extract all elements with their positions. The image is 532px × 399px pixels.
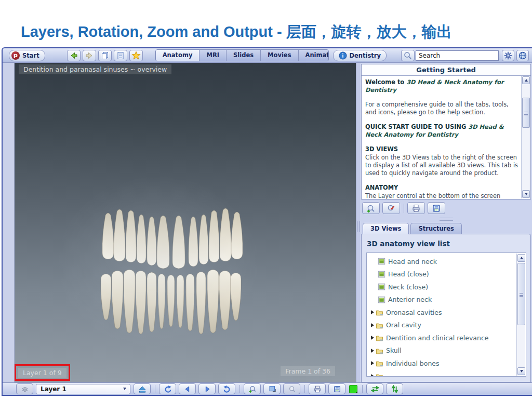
zoom-in-icon — [248, 385, 257, 393]
folder-icon — [376, 334, 383, 341]
zoom-in-button[interactable] — [362, 202, 380, 214]
list-item-label: Neck (close) — [388, 283, 428, 291]
viewport-3d[interactable]: Dentition and paranasal sinuses ~ overvi… — [15, 63, 356, 382]
expand-arrow-icon[interactable] — [371, 310, 374, 314]
module-tabs: Anatomy MRI Slides Movies Animations — [155, 49, 329, 61]
getting-started-scrollbar[interactable] — [521, 76, 530, 198]
printer-icon — [313, 385, 322, 393]
tab-anatomy[interactable]: Anatomy — [156, 50, 200, 61]
step-right-button[interactable] — [198, 383, 216, 394]
expand-arrow-icon[interactable] — [371, 323, 374, 327]
panel-resize-handle[interactable] — [361, 215, 531, 223]
list-item[interactable]: Oral cavity — [367, 319, 517, 332]
list-item[interactable]: Individual bones — [367, 357, 517, 370]
layer-select-dropdown[interactable]: Layer 1 — [36, 384, 130, 394]
tab-structures[interactable]: Structures — [410, 223, 461, 234]
quick-start-heading: QUICK START GUIDE TO USING — [365, 123, 468, 130]
list-item[interactable]: Head and neck — [367, 255, 517, 268]
tab-movies[interactable]: Movies — [261, 50, 298, 61]
copy-view-button[interactable] — [98, 50, 112, 61]
fullscreen-button[interactable] — [263, 383, 281, 394]
forward-arrow-icon — [85, 51, 94, 60]
panel-toolbar — [361, 200, 531, 215]
swap-vertical-icon — [391, 385, 399, 393]
bottom-toolbar: Layer 1 — [3, 382, 532, 395]
list-item-label: Skull — [386, 347, 402, 354]
settings-button[interactable] — [502, 50, 514, 61]
view-list-scrollbar[interactable] — [516, 254, 525, 376]
remove-layer-button[interactable] — [16, 383, 33, 394]
eject-icon — [138, 385, 147, 393]
list-item[interactable]: Dentition and clinical relevance — [367, 331, 517, 344]
save-button-bottom[interactable] — [328, 383, 345, 394]
list-item[interactable]: Oronasal cavities — [367, 306, 517, 319]
list-item-label: Dentition and clinical relevance — [386, 334, 488, 342]
toolbar-separator — [240, 385, 240, 393]
favorites-button[interactable] — [129, 50, 143, 61]
zoom-in-button-bottom[interactable] — [244, 383, 261, 394]
list-item[interactable]: Head (close) — [367, 268, 517, 281]
list-item[interactable]: Anterior neck — [367, 294, 517, 307]
search-icon — [403, 51, 413, 60]
folder-icon — [376, 360, 383, 367]
expand-arrow-icon[interactable] — [371, 361, 374, 365]
triangle-right-icon — [203, 385, 211, 393]
scroll-down-button[interactable] — [522, 190, 530, 198]
notes-button[interactable] — [114, 50, 127, 61]
rotate-right-button[interactable] — [218, 383, 235, 394]
scroll-down-button[interactable] — [517, 367, 525, 375]
print-button-bottom[interactable] — [309, 383, 326, 394]
getting-started-text: Welcome to 3D Head & Neck Anatomy for De… — [362, 76, 521, 199]
flip-horizontal-button[interactable] — [366, 383, 383, 394]
start-button[interactable]: p Start — [9, 50, 45, 61]
splitter-grip-icon — [357, 221, 360, 232]
section-body-anatomy: The Layer control at the bottom of the s… — [365, 192, 519, 199]
top-toolbar: p Start — [3, 48, 532, 63]
scrollbar-thumb[interactable] — [517, 263, 525, 325]
expand-arrow-icon — [371, 374, 374, 377]
info-icon — [339, 51, 347, 60]
zoom-out-button-bottom[interactable] — [283, 383, 300, 394]
panel-splitter[interactable] — [356, 63, 360, 382]
toolbar-separator — [362, 385, 363, 393]
side-tab-bar: 3D Views Structures — [361, 223, 531, 234]
list-item[interactable]: Neck (close) — [367, 281, 517, 294]
search-input[interactable] — [416, 50, 499, 61]
save-button[interactable] — [428, 202, 445, 214]
flip-vertical-button[interactable] — [386, 383, 403, 394]
search-button[interactable] — [401, 50, 415, 61]
scroll-up-button[interactable] — [522, 76, 530, 84]
star-icon — [131, 51, 141, 60]
back-button[interactable] — [67, 50, 81, 61]
list-item[interactable]: Skull — [367, 344, 517, 357]
expand-arrow-icon[interactable] — [371, 336, 374, 340]
triangle-up-icon — [525, 79, 528, 82]
list-item-label: Individual bones — [386, 360, 440, 367]
thumb-grip-icon — [524, 112, 528, 114]
triangle-down-icon — [525, 193, 528, 195]
triangle-left-icon — [183, 385, 192, 393]
scrollbar-thumb[interactable] — [522, 98, 530, 128]
dentistry-button[interactable]: Dentistry — [333, 50, 387, 61]
help-button[interactable] — [516, 50, 529, 61]
step-left-button[interactable] — [179, 383, 196, 394]
forward-button[interactable] — [83, 50, 96, 61]
tab-slides[interactable]: Slides — [227, 50, 261, 61]
app-window: p Start — [2, 47, 532, 396]
list-item-label: Head (close) — [388, 270, 429, 278]
zoom-reset-button[interactable] — [382, 202, 400, 214]
list-item-clipped[interactable] — [367, 370, 517, 377]
triangle-down-icon — [520, 370, 523, 373]
expand-arrow-icon[interactable] — [371, 349, 374, 353]
tab-3d-views[interactable]: 3D Views — [363, 223, 409, 234]
add-layer-button[interactable] — [134, 383, 151, 394]
toolbar-separator — [404, 204, 404, 213]
dentistry-label: Dentistry — [350, 52, 381, 59]
layer-status-label: Layer 1 of 9 — [18, 368, 66, 378]
rotate-left-button[interactable] — [159, 383, 176, 394]
print-button[interactable] — [407, 202, 425, 214]
notes-icon — [116, 51, 125, 60]
tab-mri[interactable]: MRI — [200, 50, 227, 61]
tab-animations[interactable]: Animations — [299, 50, 329, 61]
scroll-up-button[interactable] — [517, 254, 525, 262]
